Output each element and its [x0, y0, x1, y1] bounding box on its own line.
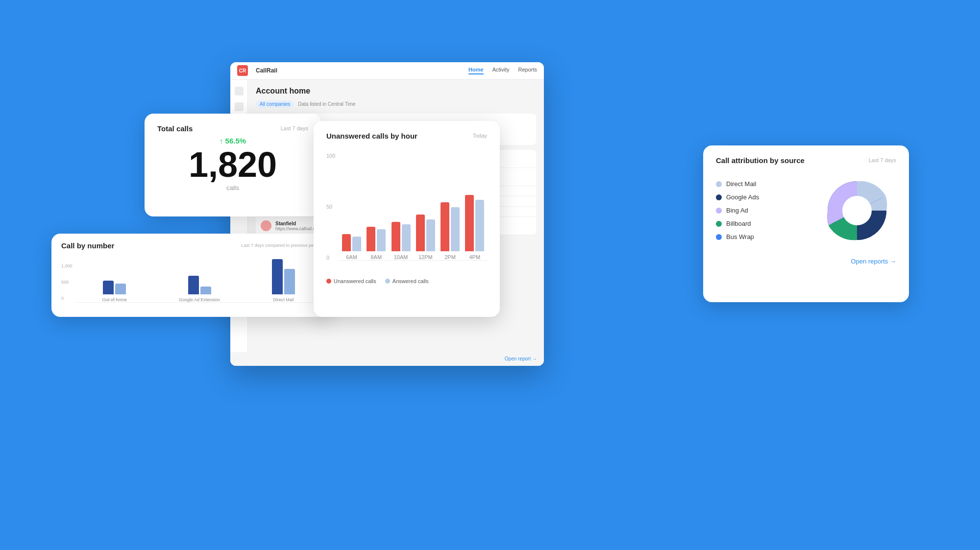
- sidebar-icon-2[interactable]: [235, 102, 244, 111]
- uc-col-10am: 10AM: [392, 222, 411, 260]
- attribution-body: Direct Mail Google Ads Bing Ad Billboard…: [716, 171, 896, 250]
- app-brand: CallRail: [256, 67, 277, 74]
- card-unanswered: Unanswered calls by hour Today 100 50 0 …: [314, 121, 500, 317]
- legend-direct-mail: Direct Mail: [716, 180, 808, 188]
- calls-label: calls: [157, 184, 308, 191]
- bar-out-of-home-current: [103, 281, 114, 294]
- legend-answered: Answered calls: [385, 278, 429, 284]
- uc-col-8am: 8AM: [367, 227, 386, 260]
- attribution-header: Call attribution by source Last 7 days: [716, 156, 896, 165]
- total-calls-number: 1,820: [157, 147, 308, 182]
- uc-bar-8am-u: [367, 227, 375, 251]
- bar-direct-mail-current: [272, 259, 283, 294]
- legend-dot-bus-wrap: [716, 234, 722, 240]
- nav-activity[interactable]: Activity: [492, 67, 510, 74]
- bar-group-google-ad: Google Ad Extension: [179, 276, 220, 302]
- call-by-number-period: Last 7 days compared to previous period: [241, 243, 321, 248]
- uc-legend: Unanswered calls Answered calls: [326, 278, 487, 284]
- bar-y-labels: 1,000 500 0: [61, 263, 73, 303]
- uc-bar-6am-a: [352, 237, 361, 251]
- legend-dot-answered: [385, 279, 390, 284]
- uc-bar-10am-a: [402, 224, 411, 251]
- nav-reports[interactable]: Reports: [518, 67, 537, 74]
- legend-bing-ad: Bing Ad: [716, 207, 808, 214]
- legend-dot-direct-mail: [716, 181, 722, 187]
- call-by-number-chart: 1,000 500 0 Out-of-home Goo: [61, 254, 321, 303]
- call-by-number-title: Call by number: [61, 241, 114, 250]
- total-calls-title: Total calls: [157, 124, 193, 133]
- sidebar-icon-1[interactable]: [235, 87, 244, 96]
- bar-google-previous: [200, 287, 211, 294]
- card-total-calls: Total calls Last 7 days ↑ 56.5% 1,820 ca…: [145, 114, 321, 216]
- uc-col-6am: 6AM: [342, 234, 361, 260]
- bar-google-current: [188, 276, 199, 294]
- pie-chart: [818, 171, 896, 250]
- open-reports-link[interactable]: Open reports →: [716, 258, 896, 265]
- titlebar: CR CallRail Home Activity Reports: [230, 62, 544, 80]
- legend-dot-bing-ad: [716, 208, 722, 214]
- app-nav: Home Activity Reports: [468, 67, 537, 74]
- timezone-label: Data listed in Central Time: [298, 101, 355, 107]
- uc-bar-6am-u: [342, 234, 351, 251]
- total-calls-header: Total calls Last 7 days: [157, 124, 308, 133]
- uc-col-2pm: 2PM: [441, 202, 460, 260]
- page-title: Account home: [256, 87, 536, 96]
- card-call-by-number: Call by number Last 7 days compared to p…: [51, 234, 331, 317]
- legend-dot-google-ads: [716, 194, 722, 200]
- pct-change: ↑ 56.5%: [157, 137, 308, 145]
- unanswered-chart: 100 50 0 6AM 8AM: [326, 144, 487, 271]
- uc-bar-8am-a: [377, 229, 386, 251]
- app-filters: All companies Data listed in Central Tim…: [256, 100, 536, 108]
- legend-dot-unanswered: [326, 279, 331, 284]
- attribution-period: Last 7 days: [869, 157, 896, 163]
- svg-point-1: [842, 196, 872, 225]
- nav-home[interactable]: Home: [468, 67, 484, 74]
- legend-unanswered: Unanswered calls: [326, 278, 376, 284]
- uc-bar-2pm-a: [451, 207, 460, 251]
- legend-bus-wrap: Bus Wrap: [716, 233, 808, 240]
- total-calls-period: Last 7 days: [281, 125, 308, 131]
- uc-bar-12pm-a: [426, 219, 435, 251]
- bar-chart-groups: Out-of-home Google Ad Extension Direct M…: [76, 263, 321, 303]
- uc-bar-12pm-u: [416, 215, 425, 251]
- legend-billboard: Billboard: [716, 220, 808, 227]
- bar-out-of-home-previous: [115, 284, 126, 294]
- uc-bar-2pm-u: [441, 202, 449, 251]
- unanswered-header: Unanswered calls by hour Today: [326, 132, 487, 140]
- uc-col-12pm: 12PM: [416, 215, 435, 260]
- uc-bar-4pm-a: [475, 200, 484, 251]
- uc-bar-10am-u: [392, 222, 400, 251]
- app-bottom-bar: Open report →: [230, 352, 544, 366]
- unanswered-period: Today: [473, 133, 487, 139]
- bar-group-direct-mail: Direct Mail: [272, 259, 295, 302]
- bar-group-out-of-home: Out-of-home: [102, 281, 127, 302]
- main-container: CR CallRail Home Activity Reports Accoun…: [24, 18, 956, 532]
- uc-y-labels: 100 50 0: [326, 153, 335, 261]
- company-filter[interactable]: All companies: [256, 100, 294, 108]
- legend-google-ads: Google Ads: [716, 193, 808, 201]
- unanswered-title: Unanswered calls by hour: [326, 132, 417, 140]
- legend-dot-billboard: [716, 221, 722, 227]
- attribution-legend: Direct Mail Google Ads Bing Ad Billboard…: [716, 180, 808, 240]
- uc-col-4pm: 4PM: [465, 195, 484, 260]
- open-report-link[interactable]: Open report →: [505, 356, 537, 361]
- call-by-number-header: Call by number Last 7 days compared to p…: [61, 241, 321, 250]
- app-logo: CR: [237, 65, 248, 76]
- card-attribution: Call attribution by source Last 7 days D…: [703, 145, 909, 302]
- uc-bar-4pm-u: [465, 195, 474, 251]
- avatar-3: [261, 220, 271, 231]
- bar-direct-mail-previous: [284, 269, 295, 294]
- uc-bar-groups: 6AM 8AM 10AM: [339, 153, 487, 261]
- attribution-title: Call attribution by source: [716, 156, 805, 165]
